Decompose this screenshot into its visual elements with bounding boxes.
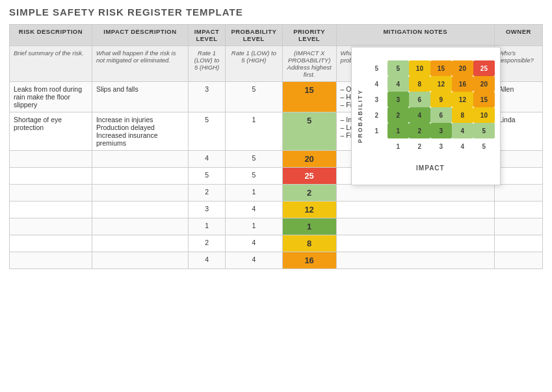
owner-cell[interactable]: [494, 218, 542, 235]
impact-description-cell[interactable]: [92, 235, 188, 252]
impact-description-cell[interactable]: Slips and falls: [92, 82, 188, 112]
owner-cell[interactable]: [494, 202, 542, 218]
probability-level-cell[interactable]: 5: [226, 82, 283, 112]
priority-level-cell[interactable]: 15: [282, 82, 336, 112]
table-row: 4416: [10, 252, 543, 269]
owner-cell[interactable]: [494, 185, 542, 202]
risk-description-cell[interactable]: [10, 218, 92, 235]
mitigation-notes-cell[interactable]: [336, 185, 494, 202]
impact-description-cell[interactable]: [92, 202, 188, 218]
risk-description-cell[interactable]: [10, 168, 92, 185]
risk-description-cell[interactable]: [10, 202, 92, 218]
mitigation-notes-cell[interactable]: [336, 218, 494, 235]
priority-level-cell[interactable]: 20: [282, 151, 336, 168]
priority-level-cell[interactable]: 16: [282, 252, 336, 269]
owner-cell[interactable]: [494, 252, 542, 269]
risk-description-cell[interactable]: [10, 151, 92, 168]
probability-level-cell[interactable]: 4: [226, 202, 283, 218]
risk-description-cell[interactable]: [10, 235, 92, 252]
impact-description-cell[interactable]: Increase in injuries Production delayed …: [92, 112, 188, 151]
impact-level-cell[interactable]: 1: [189, 218, 226, 235]
impact-level-cell[interactable]: 4: [189, 252, 226, 269]
impact-description-cell[interactable]: [92, 168, 188, 185]
table-row: 4520 PROBABILITY 55101520254481216203369…: [10, 151, 543, 168]
impact-level-cell[interactable]: 2: [189, 185, 226, 202]
table-row: 212: [10, 185, 543, 202]
risk-description-cell[interactable]: [10, 252, 92, 269]
subheader-owner: Who's responsible?: [494, 46, 542, 82]
probability-level-cell[interactable]: 5: [226, 151, 283, 168]
impact-level-cell[interactable]: 3: [189, 82, 226, 112]
impact-description-cell[interactable]: [92, 252, 188, 269]
risk-description-cell[interactable]: Leaks from roof during rain make the flo…: [10, 82, 92, 112]
probability-level-cell[interactable]: 1: [226, 185, 283, 202]
subheader-risk: Brief summary of the risk.: [10, 46, 92, 82]
table-row: 3412: [10, 202, 543, 218]
mitigation-notes-cell[interactable]: [336, 235, 494, 252]
priority-level-cell[interactable]: 5: [282, 112, 336, 151]
impact-level-cell[interactable]: 3: [189, 202, 226, 218]
page-title: SIMPLE SAFETY RISK REGISTER TEMPLATE: [9, 7, 543, 18]
table-row: 248: [10, 235, 543, 252]
table-row: 111: [10, 218, 543, 235]
probability-level-cell[interactable]: 1: [226, 112, 283, 151]
priority-level-cell[interactable]: 1: [282, 218, 336, 235]
impact-description-cell[interactable]: [92, 185, 188, 202]
col-header-mitigation: MITIGATION NOTES: [336, 25, 494, 46]
mitigation-notes-cell[interactable]: PROBABILITY 5510152025448121620336912152…: [336, 151, 494, 168]
impact-level-cell[interactable]: 4: [189, 151, 226, 168]
risk-matrix: PROBABILITY 5510152025448121620336912152…: [351, 47, 501, 185]
priority-level-cell[interactable]: 8: [282, 235, 336, 252]
impact-level-cell[interactable]: 5: [189, 112, 226, 151]
owner-cell[interactable]: [494, 168, 542, 185]
probability-level-cell[interactable]: 4: [226, 252, 283, 269]
col-header-impact-desc: IMPACT DESCRIPTION: [92, 25, 188, 46]
risk-description-cell[interactable]: Shortage of eye protection: [10, 112, 92, 151]
risk-description-cell[interactable]: [10, 185, 92, 202]
owner-cell[interactable]: [494, 151, 542, 168]
priority-level-cell[interactable]: 12: [282, 202, 336, 218]
col-header-probability: PROBABILITY LEVEL: [226, 25, 283, 46]
impact-description-cell[interactable]: [92, 151, 188, 168]
header-row: RISK DESCRIPTION IMPACT DESCRIPTION IMPA…: [10, 25, 543, 46]
subheader-impact-level: Rate 1 (LOW) to 5 (HIGH): [189, 46, 226, 82]
impact-level-cell[interactable]: 2: [189, 235, 226, 252]
owner-cell[interactable]: [494, 235, 542, 252]
priority-level-cell[interactable]: 25: [282, 168, 336, 185]
col-header-impact-level: IMPACT LEVEL: [189, 25, 226, 46]
subheader-impact-desc: What will happen if the risk is not miti…: [92, 46, 188, 82]
owner-cell[interactable]: Linda: [494, 112, 542, 151]
probability-level-cell[interactable]: 1: [226, 218, 283, 235]
probability-level-cell[interactable]: 5: [226, 168, 283, 185]
mitigation-notes-cell[interactable]: [336, 202, 494, 218]
mitigation-notes-cell[interactable]: [336, 252, 494, 269]
owner-cell[interactable]: Allen: [494, 82, 542, 112]
subheader-priority: (IMPACT X PROBABILITY) Address highest f…: [282, 46, 336, 82]
subheader-prob: Rate 1 (LOW) to 5 (HIGH): [226, 46, 283, 82]
risk-register-table: RISK DESCRIPTION IMPACT DESCRIPTION IMPA…: [9, 24, 543, 269]
col-header-risk: RISK DESCRIPTION: [10, 25, 92, 46]
impact-level-cell[interactable]: 5: [189, 168, 226, 185]
impact-description-cell[interactable]: [92, 218, 188, 235]
col-header-owner: OWNER: [494, 25, 542, 46]
col-header-priority: PRIORITY LEVEL: [282, 25, 336, 46]
probability-level-cell[interactable]: 4: [226, 235, 283, 252]
priority-level-cell[interactable]: 2: [282, 185, 336, 202]
